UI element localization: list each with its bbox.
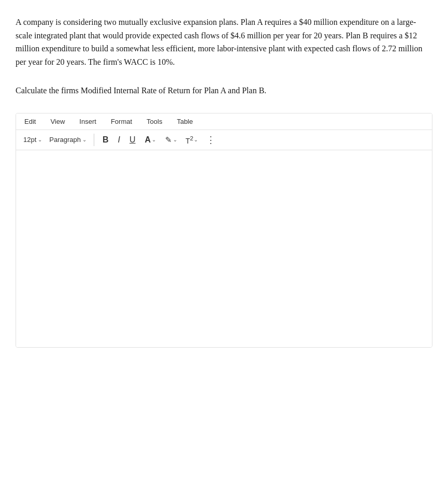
question-paragraph: A company is considering two mutually ex… [16, 16, 432, 68]
highlight-button[interactable]: ✎ ⌄ [162, 134, 180, 146]
highlight-chevron-icon: ⌄ [173, 137, 177, 142]
font-color-chevron-icon: ⌄ [152, 137, 156, 142]
paragraph-style-value: Paragraph [49, 136, 81, 144]
bold-button[interactable]: B [99, 134, 112, 146]
font-color-button[interactable]: A ⌄ [142, 134, 160, 146]
more-options-button[interactable]: ⋮ [203, 133, 219, 147]
menu-edit[interactable]: Edit [22, 117, 38, 126]
menu-tools[interactable]: Tools [144, 117, 164, 126]
font-color-container: A ⌄ [145, 135, 156, 145]
menu-view[interactable]: View [48, 117, 67, 126]
editor-wrapper: Edit View Insert Format Tools Table 12pt… [16, 113, 432, 348]
superscript-label: T2 [185, 135, 193, 145]
page-container: A company is considering two mutually ex… [0, 0, 448, 486]
menu-insert[interactable]: Insert [77, 117, 98, 126]
underline-button[interactable]: U [126, 134, 139, 146]
highlight-icon: ✎ [165, 135, 172, 145]
editor-content-area[interactable] [16, 150, 432, 347]
font-color-a-label: A [145, 135, 151, 145]
font-size-selector[interactable]: 12pt ⌄ [21, 135, 44, 145]
menu-table[interactable]: Table [175, 117, 195, 126]
paragraph-style-chevron-icon: ⌄ [82, 137, 86, 142]
more-options-icon: ⋮ [206, 135, 216, 145]
toolbar-divider-1 [94, 134, 94, 146]
italic-button[interactable]: I [115, 134, 123, 146]
calculate-text: Calculate the firms Modified Internal Ra… [16, 84, 432, 97]
font-size-chevron-icon: ⌄ [38, 137, 42, 142]
toolbar: 12pt ⌄ Paragraph ⌄ B I U A ⌄ [16, 130, 432, 150]
menu-format[interactable]: Format [109, 117, 134, 126]
font-size-value: 12pt [23, 136, 36, 144]
superscript-button[interactable]: T2 ⌄ [183, 133, 200, 147]
paragraph-style-selector[interactable]: Paragraph ⌄ [47, 135, 89, 145]
menu-bar: Edit View Insert Format Tools Table [16, 113, 432, 130]
superscript-chevron-icon: ⌄ [194, 137, 198, 142]
